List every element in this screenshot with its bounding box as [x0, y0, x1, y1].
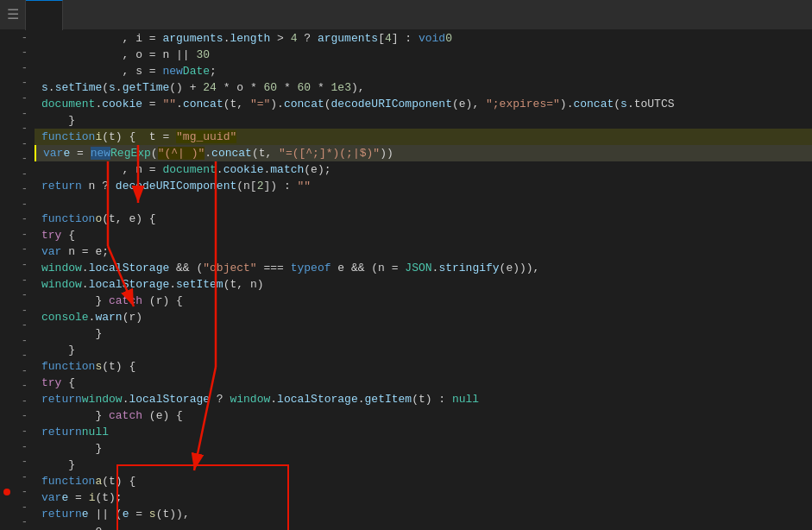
code-line: function i(t) { t = "mg_uuid"	[35, 129, 812, 145]
code-line: }	[35, 440, 812, 457]
tab-bar: ☰	[0, 0, 812, 30]
code-line: , i = arguments.length > 4 ? arguments[4…	[35, 30, 812, 47]
code-line: } catch (e) {	[35, 407, 812, 424]
gutter-number: -	[0, 394, 35, 409]
code-line: return e || (e = s(t)),	[35, 506, 812, 522]
gutter-number: -	[0, 515, 35, 531]
gutter-number: -	[0, 500, 35, 515]
tab-close[interactable]	[40, 9, 54, 22]
code-line: , o = n || 30	[35, 47, 812, 63]
gutter-number: -	[0, 318, 35, 333]
code-line: try {	[35, 227, 812, 243]
gutter-number: -	[0, 121, 35, 136]
gutter-number: -	[0, 454, 35, 470]
gutter-number: -	[0, 46, 35, 61]
code-line: s.setTime(s.getTime() + 24 * o * 60 * 60…	[35, 79, 812, 96]
code-line: function o(t, e) {	[35, 211, 812, 227]
gutter-number: -	[0, 167, 35, 182]
gutter-number: -	[0, 363, 35, 379]
gutter-number: -	[0, 303, 35, 319]
gutter-number: -	[0, 106, 35, 122]
gutter-number: -	[0, 273, 35, 288]
gutter-number: -	[0, 136, 35, 152]
gutter-number: -	[0, 379, 35, 394]
gutter-number: -	[0, 287, 35, 303]
gutter-number: -	[0, 257, 35, 273]
code-line: document.cookie = "".concat(t, "=").conc…	[35, 96, 812, 112]
gutter-number: -	[0, 30, 35, 46]
gutter-number: -	[0, 424, 35, 439]
code-line: , n = document.cookie.match(e);	[35, 161, 812, 178]
code-line: }	[35, 457, 812, 473]
gutter-number: -	[0, 212, 35, 228]
gutter-number: -	[0, 76, 35, 91]
code-line: function a(t) {	[35, 473, 812, 489]
code-line: }	[35, 342, 812, 358]
code-line: console.warn(r)	[35, 309, 812, 325]
gutter-number: -	[0, 151, 35, 167]
tab-item[interactable]	[26, 0, 63, 30]
code-line: return n ? decodeURIComponent(n[2]) : ""	[35, 178, 812, 194]
gutter-number: -	[0, 484, 35, 500]
code-line: var n = e;	[35, 243, 812, 260]
gutter: ---------------------------------	[0, 30, 35, 530]
code-content: , i = arguments.length > 4 ? arguments[4…	[35, 30, 812, 530]
code-lines: , i = arguments.length > 4 ? arguments[4…	[35, 30, 812, 530]
code-line: } catch (r) {	[35, 293, 812, 309]
gutter-number: -	[0, 348, 35, 363]
gutter-number: -	[0, 227, 35, 243]
code-line: try {	[35, 375, 812, 391]
code-line: }	[35, 325, 812, 342]
code-line: window.localStorage.setItem(t, n)	[35, 276, 812, 293]
code-line: function s(t) {	[35, 358, 812, 375]
gutter-number: -	[0, 60, 35, 76]
code-line: return window.localStorage ? window.loca…	[35, 391, 812, 407]
editor-area: --------------------------------- , i = …	[0, 30, 812, 530]
gutter-number: -	[0, 181, 35, 197]
code-line: return null	[35, 424, 812, 440]
code-line: window.localStorage && ("object" === typ…	[35, 260, 812, 276]
gutter-number: -	[0, 243, 35, 258]
gutter-number: -	[0, 439, 35, 455]
code-line: var e = new RegExp("(^| )".concat(t, "=(…	[35, 145, 812, 161]
code-line: e	[35, 522, 812, 530]
gutter-number: -	[0, 197, 35, 212]
gutter-number: -	[0, 91, 35, 106]
code-line	[35, 194, 812, 211]
code-line: var e = i(t);	[35, 489, 812, 506]
code-line: , s = new Date;	[35, 63, 812, 79]
gutter-number: -	[0, 333, 35, 349]
gutter-number: -	[0, 470, 35, 485]
gutter-number: -	[0, 409, 35, 425]
window-controls: ☰	[0, 0, 26, 30]
code-line: }	[35, 112, 812, 129]
